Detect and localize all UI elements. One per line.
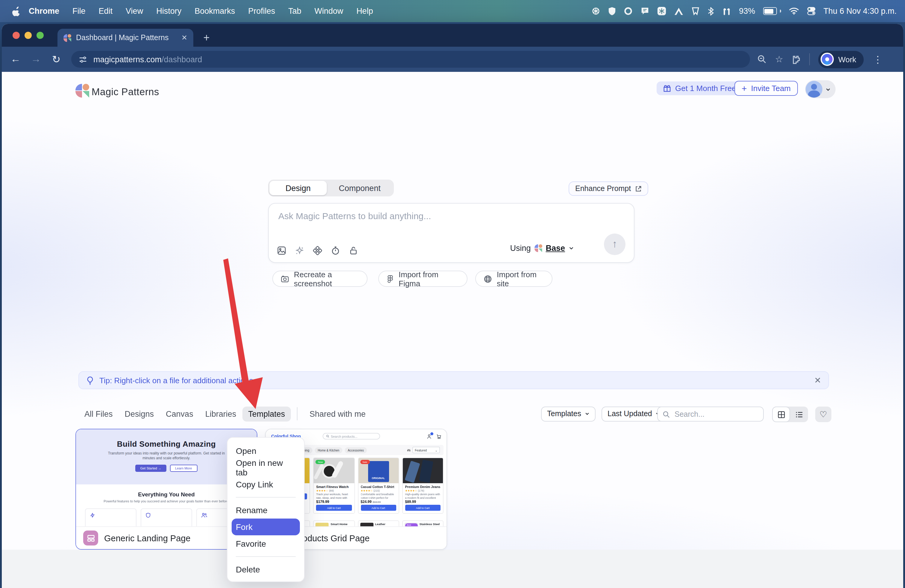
menu-bar-clock[interactable]: Thu 6 Nov 4:30 p.m. — [823, 6, 897, 16]
tab-canvas[interactable]: Canvas — [160, 406, 199, 421]
tab-designs[interactable]: Designs — [119, 406, 160, 421]
tab-templates[interactable]: Templates — [242, 406, 291, 421]
library-search[interactable] — [657, 407, 764, 421]
menu-item-open-new-tab[interactable]: Open in new tab — [227, 459, 304, 476]
chat-bubble-status-icon[interactable] — [640, 6, 649, 16]
globe-icon — [484, 275, 492, 283]
app-badge-status-icon[interactable] — [691, 6, 699, 16]
magicpatterns-logo[interactable] — [75, 84, 89, 98]
browser-menu-icon[interactable]: ⋮ — [873, 54, 883, 65]
zoom-out-icon[interactable] — [757, 54, 767, 64]
menu-item-rename[interactable]: Rename — [227, 502, 304, 518]
tab-all-files[interactable]: All Files — [78, 406, 119, 421]
filter-icon — [407, 448, 411, 452]
components-icon[interactable] — [313, 246, 322, 255]
profile-button[interactable]: Work — [819, 51, 864, 68]
import-figma-button[interactable]: Import from Figma — [378, 271, 467, 287]
cart-icon — [437, 434, 441, 439]
recreate-screenshot-label: Recreate a screenshot — [294, 270, 359, 288]
thumb-feature-lightning — [85, 509, 137, 528]
prompt-input[interactable] — [277, 210, 543, 242]
menu-item-open[interactable]: Open — [227, 442, 304, 459]
magicpatterns-dashboard: Magic Patterns Get 1 Month Free + Invite… — [2, 72, 903, 588]
lock-open-icon[interactable] — [349, 246, 358, 255]
type-filter-dropdown[interactable]: Templates — [541, 405, 595, 422]
airpods-icon[interactable] — [722, 7, 731, 15]
menu-view[interactable]: View — [119, 6, 150, 16]
menu-edit[interactable]: Edit — [92, 6, 119, 16]
back-button[interactable]: ← — [5, 53, 26, 65]
shield-status-icon[interactable] — [608, 6, 616, 16]
tip-close-icon[interactable]: ✕ — [814, 375, 821, 385]
bluetooth-icon[interactable] — [707, 6, 714, 16]
menu-item-delete[interactable]: Delete — [227, 561, 304, 578]
tab-favicon — [64, 34, 71, 41]
grid-view-button[interactable] — [772, 407, 790, 422]
site-settings-icon[interactable] — [78, 55, 87, 64]
ring-status-icon[interactable] — [623, 6, 632, 16]
tab-design[interactable]: Design — [269, 181, 327, 195]
browser-window: Dashboard | Magic Patterns ✕ + ← → ↻ mag… — [2, 24, 903, 588]
menu-divider — [236, 556, 296, 557]
close-window-button[interactable] — [13, 32, 20, 39]
tab-component[interactable]: Component — [327, 181, 393, 195]
menu-item-fork[interactable]: Fork — [232, 518, 300, 535]
address-bar[interactable]: magicpatterns.com/dashboard — [71, 51, 750, 68]
chatgpt-status-icon[interactable] — [591, 6, 600, 16]
thumb-product: Sale Casual Cotton T-Shirt ★★★★☆ (215) C… — [358, 458, 399, 514]
tab-libraries[interactable]: Libraries — [199, 406, 243, 421]
menu-file[interactable]: File — [66, 6, 92, 16]
menu-item-copy-link[interactable]: Copy Link — [227, 476, 304, 493]
search-input[interactable] — [673, 409, 748, 419]
url-host: magicpatterns.com — [94, 55, 162, 64]
forward-button[interactable]: → — [26, 53, 46, 65]
tab-shared-with-me[interactable]: Shared with me — [303, 406, 372, 421]
favorites-filter-button[interactable]: ♡ — [815, 407, 831, 422]
new-tab-button[interactable]: + — [199, 30, 214, 45]
reload-button[interactable]: ↻ — [46, 53, 67, 65]
menu-history[interactable]: History — [150, 6, 188, 16]
tabs-divider — [297, 407, 297, 420]
zoom-window-button[interactable] — [37, 32, 44, 39]
thumb-learn-more-button: Learn More — [170, 465, 197, 472]
tip-text: Tip: Right-click on a file for additiona… — [99, 376, 253, 385]
import-site-button[interactable]: Import from site — [475, 271, 553, 287]
list-view-button[interactable] — [790, 407, 808, 422]
control-center-icon[interactable] — [807, 6, 816, 16]
snowflake-status-icon[interactable] — [657, 6, 666, 16]
attach-image-icon[interactable] — [277, 246, 286, 255]
minimize-window-button[interactable] — [25, 32, 32, 39]
extensions-icon[interactable] — [792, 54, 801, 64]
card-title: Generic Landing Page — [104, 533, 191, 543]
menu-bookmarks[interactable]: Bookmarks — [188, 6, 241, 16]
shield-icon — [145, 513, 151, 518]
sort-dropdown[interactable]: Last Updated — [602, 405, 667, 422]
wifi-icon[interactable] — [789, 7, 799, 15]
menu-tab[interactable]: Tab — [282, 6, 308, 16]
menu-help[interactable]: Help — [350, 6, 380, 16]
browser-tab[interactable]: Dashboard | Magic Patterns ✕ — [57, 29, 193, 47]
recreate-screenshot-button[interactable]: Recreate a screenshot — [272, 271, 367, 287]
chevron-down-icon[interactable] — [568, 245, 574, 251]
bookmark-star-icon[interactable]: ☆ — [775, 54, 783, 65]
menu-window[interactable]: Window — [308, 6, 350, 16]
thumb-sort-label: Featured — [415, 448, 427, 452]
lightbulb-icon — [86, 376, 94, 385]
menu-chrome[interactable]: Chrome — [21, 6, 66, 16]
invite-team-button[interactable]: + Invite Team — [734, 81, 798, 96]
timer-icon[interactable] — [331, 246, 340, 255]
enhance-prompt-button[interactable]: Enhance Prompt — [568, 181, 648, 196]
menu-item-favorite[interactable]: Favorite — [227, 535, 304, 552]
sparkles-icon[interactable] — [295, 246, 304, 255]
vpn-status-icon[interactable] — [674, 7, 683, 15]
apple-icon[interactable] — [12, 6, 21, 16]
tab-close-icon[interactable]: ✕ — [178, 33, 187, 42]
send-prompt-button[interactable]: ↑ — [604, 234, 626, 255]
model-selector[interactable]: Base — [546, 244, 565, 253]
thumb-chip: Accessories — [345, 447, 367, 453]
menu-divider — [236, 497, 296, 497]
menu-profiles[interactable]: Profiles — [241, 6, 282, 16]
enhance-prompt-label: Enhance Prompt — [575, 184, 631, 193]
get-month-free-button[interactable]: Get 1 Month Free — [657, 81, 743, 95]
account-menu[interactable] — [805, 80, 835, 98]
